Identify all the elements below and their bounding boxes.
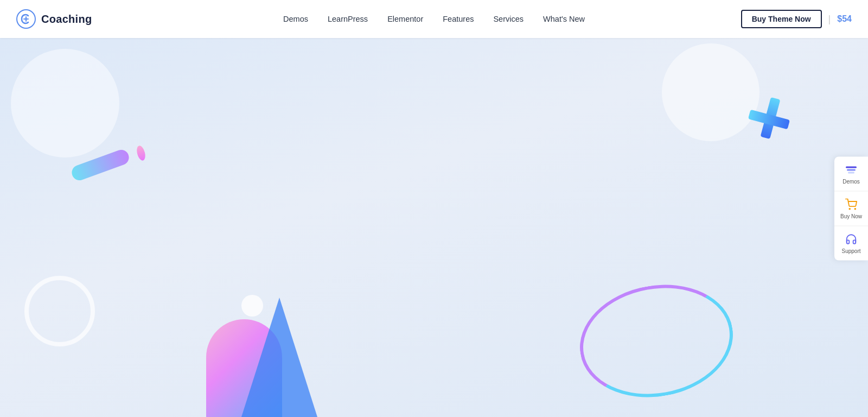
cart-icon <box>845 198 858 211</box>
nav-item-whatsnew[interactable]: What's New <box>543 15 585 23</box>
logo-icon <box>16 9 36 29</box>
sidebar-buynow-label: Buy Now <box>840 213 862 219</box>
nav-item-demos[interactable]: Demos <box>283 15 308 23</box>
sidebar-float: Demos Buy Now Support <box>834 157 868 261</box>
sidebar-support-item[interactable]: Support <box>834 226 868 261</box>
decorative-circle-topleft <box>11 49 119 157</box>
logo-link[interactable]: Coaching <box>16 9 92 29</box>
hero-section <box>0 38 868 417</box>
decorative-oval-bottomright <box>571 273 742 409</box>
header-right: Buy Theme Now | $54 <box>741 10 852 28</box>
decorative-circle-topright <box>662 43 760 141</box>
nav-item-services[interactable]: Services <box>493 15 524 23</box>
nav-item-features[interactable]: Features <box>443 15 474 23</box>
svg-point-2 <box>854 208 856 210</box>
buy-theme-button[interactable]: Buy Theme Now <box>741 10 822 28</box>
divider: | <box>828 14 831 25</box>
headset-icon <box>845 233 858 246</box>
svg-point-1 <box>849 208 850 210</box>
price-display: $54 <box>837 14 852 24</box>
sidebar-support-label: Support <box>841 248 860 254</box>
demos-layers-icon <box>846 166 857 173</box>
sidebar-demos-label: Demos <box>843 179 860 185</box>
nav-item-learnpress[interactable]: LearnPress <box>328 15 368 23</box>
sidebar-buynow-item[interactable]: Buy Now <box>834 192 868 226</box>
sidebar-demos-item[interactable]: Demos <box>834 157 868 192</box>
decorative-circle-outline-bottomleft <box>24 276 95 346</box>
logo-text: Coaching <box>41 13 92 26</box>
decorative-triangle-blue <box>241 298 317 417</box>
decorative-dot-pink <box>136 145 147 162</box>
layers-icon <box>845 163 858 176</box>
main-nav: Demos LearnPress Elementor Features Serv… <box>283 15 585 23</box>
main-header: Coaching Demos LearnPress Elementor Feat… <box>0 0 868 38</box>
decorative-plus-shape <box>749 98 792 141</box>
nav-item-elementor[interactable]: Elementor <box>387 15 423 23</box>
